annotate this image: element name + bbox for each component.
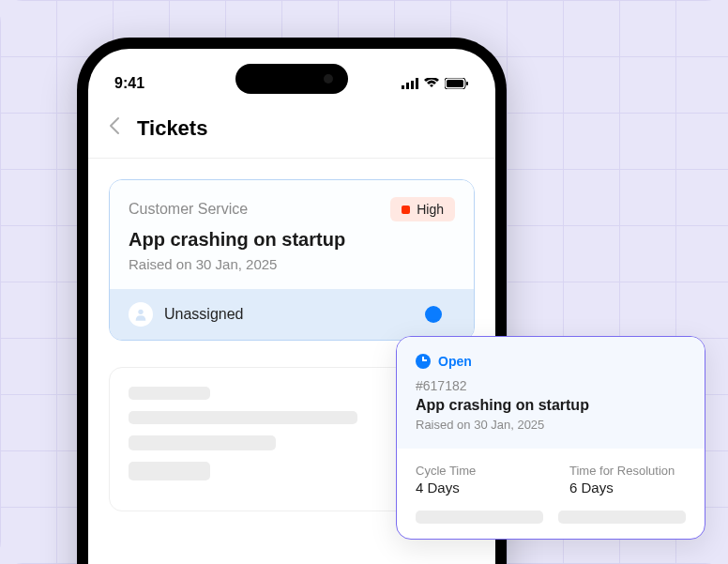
svg-rect-3	[416, 78, 418, 89]
priority-dot-icon	[402, 206, 410, 214]
phone-notch	[235, 64, 348, 94]
status-label: Open	[438, 354, 472, 369]
svg-rect-5	[447, 80, 463, 87]
detail-header: Open #617182 App crashing on startup Rai…	[397, 337, 705, 449]
status-badge: Open	[416, 354, 686, 369]
svg-rect-2	[411, 81, 414, 89]
page-header: Tickets	[88, 99, 495, 159]
priority-badge: High	[390, 197, 455, 221]
status-icons	[402, 78, 469, 89]
detail-skeleton	[397, 511, 705, 539]
detail-title: App crashing on startup	[416, 397, 686, 414]
ticket-card[interactable]: Customer Service High App crashing on st…	[109, 179, 475, 341]
ticket-detail-card[interactable]: Open #617182 App crashing on startup Rai…	[396, 336, 705, 540]
cellular-icon	[402, 78, 418, 89]
skeleton-line	[558, 511, 686, 524]
skeleton-line	[129, 435, 276, 450]
battery-icon	[445, 78, 469, 89]
svg-rect-0	[402, 85, 404, 89]
resolution-time-stat: Time for Resolution 6 Days	[569, 464, 686, 495]
ticket-category: Customer Service	[129, 201, 248, 218]
ticket-card-body: Customer Service High App crashing on st…	[110, 180, 474, 289]
ticket-footer: Unassigned	[110, 289, 474, 340]
cycle-time-stat: Cycle Time 4 Days	[416, 464, 532, 495]
priority-label: High	[417, 202, 444, 217]
svg-rect-1	[406, 83, 409, 89]
resolution-time-label: Time for Resolution	[569, 464, 686, 478]
skeleton-line	[416, 511, 543, 524]
cycle-time-value: 4 Days	[416, 480, 532, 495]
status-indicator	[425, 305, 455, 324]
status-dot-icon	[425, 306, 442, 323]
wifi-icon	[424, 78, 439, 89]
detail-raised-date: Raised on 30 Jan, 2025	[416, 418, 686, 432]
avatar-icon	[129, 302, 153, 327]
back-icon[interactable]	[109, 116, 120, 141]
ticket-title: App crashing on startup	[129, 229, 455, 251]
page-title: Tickets	[137, 116, 207, 141]
ticket-raised-date: Raised on 30 Jan, 2025	[129, 256, 455, 272]
skeleton-line	[129, 387, 210, 400]
clock-icon	[416, 354, 431, 369]
assignee-label: Unassigned	[164, 306, 244, 323]
assignee-group[interactable]: Unassigned	[129, 302, 244, 327]
svg-point-7	[138, 310, 143, 314]
detail-stats: Cycle Time 4 Days Time for Resolution 6 …	[397, 449, 705, 511]
skeleton-line	[129, 411, 357, 424]
skeleton-line	[129, 462, 210, 480]
ticket-id: #617182	[416, 378, 686, 393]
svg-rect-6	[466, 82, 468, 85]
resolution-time-value: 6 Days	[569, 480, 686, 495]
cycle-time-label: Cycle Time	[416, 464, 532, 478]
status-time: 9:41	[114, 75, 144, 92]
